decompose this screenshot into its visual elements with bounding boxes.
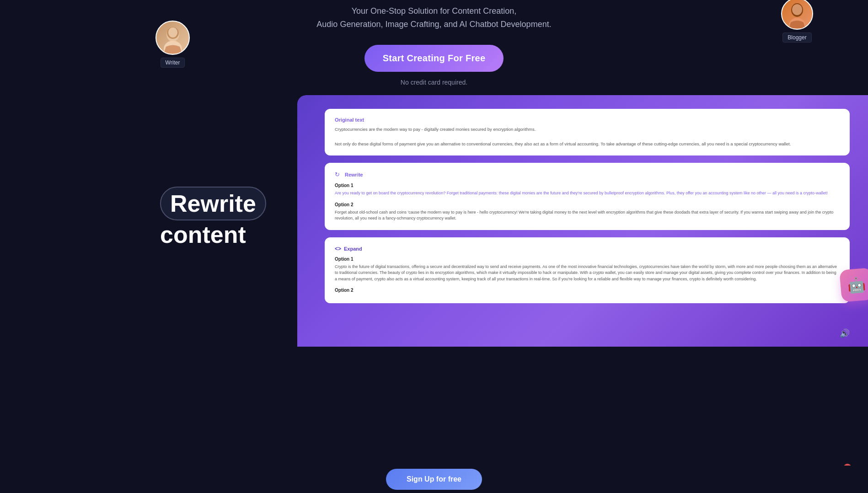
- blogger-label: Blogger: [782, 32, 811, 43]
- rewrite-option2-label: Option 2: [335, 202, 840, 207]
- original-text2: Not only do these digital forms of payme…: [335, 141, 840, 147]
- rewrite-icon: ↻: [335, 171, 342, 178]
- original-text-panel: Original text Cryptocurrencies are the m…: [325, 109, 850, 156]
- start-creating-button[interactable]: Start Creating For Free: [364, 45, 504, 72]
- rewrite-title: Rewrite: [345, 172, 363, 177]
- original-text1: Cryptocurrencies are the modern way to p…: [335, 126, 840, 133]
- avatar-writer-container: Writer: [155, 21, 190, 68]
- svg-point-5: [792, 4, 802, 15]
- no-credit-text: No credit card required.: [0, 79, 868, 86]
- speaker-icon: 🔊: [840, 328, 850, 338]
- original-title: Original text: [335, 117, 840, 123]
- main-area: Rewrite content Original text Cryptocurr…: [0, 95, 868, 347]
- expand-option1-label: Option 1: [335, 257, 840, 262]
- subtitle: Your One-Stop Solution for Content Creat…: [0, 5, 868, 31]
- expand-panel: <> Expand Option 1 Crypto is the future …: [325, 237, 850, 304]
- left-side: Rewrite content: [0, 95, 274, 347]
- writer-avatar: [155, 21, 190, 55]
- avatar-blogger-container: Blogger: [781, 0, 813, 43]
- svg-point-2: [168, 27, 177, 38]
- robot-icon: 🤖: [839, 268, 868, 302]
- feature-text: Rewrite content: [160, 187, 274, 249]
- top-section: Your One-Stop Solution for Content Creat…: [0, 0, 868, 86]
- rewrite-option1-label: Option 1: [335, 183, 840, 188]
- bottom-bar: Sign Up for free: [0, 466, 868, 493]
- feature-highlight: Rewrite: [160, 187, 266, 220]
- expand-title-text: Expand: [344, 246, 362, 252]
- rewrite-option1-text: Are you ready to get on board the crypto…: [335, 190, 840, 197]
- signup-button[interactable]: Sign Up for free: [386, 469, 482, 490]
- expand-icon: <>: [335, 246, 341, 252]
- rewrite-option2-text: Forget about old-school cash and coins '…: [335, 209, 840, 222]
- writer-label: Writer: [161, 58, 185, 68]
- expand-option1-text: Crypto is the future of digital transact…: [335, 264, 840, 283]
- expand-option2-label: Option 2: [335, 288, 840, 293]
- right-side-panels: Original text Cryptocurrencies are the m…: [297, 95, 868, 347]
- blogger-avatar: [781, 0, 813, 30]
- rewrite-panel: ↻ Rewrite Option 1 Are you ready to get …: [325, 163, 850, 230]
